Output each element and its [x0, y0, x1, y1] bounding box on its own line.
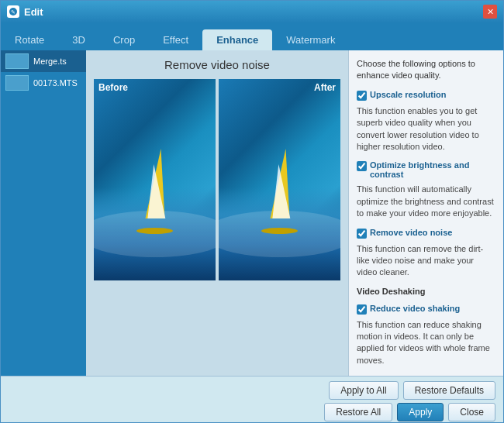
after-image [219, 79, 340, 280]
bottom-action-bar: Apply to All Restore Defaults Restore Al… [1, 376, 503, 422]
bottom-row-1: Apply to All Restore Defaults [329, 381, 495, 400]
after-label: After [314, 82, 336, 93]
restore-defaults-button[interactable]: Restore Defaults [403, 381, 495, 400]
deshaking-row: Reduce video shaking [357, 304, 495, 315]
close-button[interactable]: ✕ [483, 5, 497, 19]
sidebar: Merge.ts 00173.MTS [1, 50, 86, 376]
deshaking-desc: This function can reduce shaking motion … [357, 319, 495, 367]
sidebar-item-1[interactable]: 00173.MTS [1, 72, 86, 94]
noise-row: Remove video noise [357, 228, 495, 239]
tab-crop[interactable]: Crop [99, 29, 149, 50]
sidebar-label-0: Merge.ts [33, 57, 67, 66]
tab-effect[interactable]: Effect [149, 29, 202, 50]
deshaking-label[interactable]: Reduce video shaking [370, 304, 460, 313]
after-preview: After [219, 79, 340, 280]
panel-intro: Choose the following options to enhance … [357, 58, 495, 82]
edit-window: ✎ Edit ✕ Rotate 3D Crop Effect Enhance W… [0, 0, 504, 423]
brightness-checkbox[interactable] [357, 161, 367, 171]
svg-text:✎: ✎ [11, 9, 16, 15]
tab-rotate[interactable]: Rotate [1, 29, 58, 50]
bottom-row-2: Restore All Apply Close [324, 403, 495, 421]
enhance-panel: Choose the following options to enhance … [348, 50, 503, 376]
upscale-desc: This function enables you to get superb … [357, 105, 495, 153]
deshaking-section-title: Video Deshaking [357, 287, 495, 296]
preview-images: Before After [94, 79, 340, 280]
title-bar: ✎ Edit ✕ [1, 1, 503, 22]
preview-area: Remove video noise Before After [86, 50, 348, 376]
tab-enhance[interactable]: Enhance [202, 29, 272, 50]
brightness-label[interactable]: Optimize brightness and contrast [370, 160, 495, 179]
window-title: Edit [24, 6, 483, 18]
preview-title: Remove video noise [164, 58, 270, 71]
tab-navigation: Rotate 3D Crop Effect Enhance Watermark [1, 22, 503, 50]
upscale-checkbox[interactable] [357, 91, 367, 101]
sidebar-thumb-0 [5, 53, 29, 69]
noise-label[interactable]: Remove video noise [370, 228, 452, 237]
noise-desc: This function can remove the dirt-like v… [357, 243, 495, 279]
upscale-row: Upscale resolution [357, 90, 495, 101]
brightness-desc: This function will automatically optimiz… [357, 184, 495, 219]
noise-checkbox[interactable] [357, 229, 367, 239]
tab-3d[interactable]: 3D [58, 29, 99, 50]
sidebar-thumb-1 [5, 75, 29, 91]
deshaking-checkbox[interactable] [357, 304, 367, 315]
before-image [94, 79, 216, 280]
tab-watermark[interactable]: Watermark [272, 29, 349, 50]
sidebar-item-0[interactable]: Merge.ts [1, 50, 86, 72]
upscale-label[interactable]: Upscale resolution [370, 90, 446, 99]
restore-all-button[interactable]: Restore All [324, 403, 392, 421]
close-button-bottom[interactable]: Close [448, 403, 495, 421]
before-preview: Before [94, 79, 216, 280]
apply-button[interactable]: Apply [397, 403, 444, 421]
apply-to-all-button[interactable]: Apply to All [329, 381, 398, 400]
before-label: Before [98, 82, 128, 93]
brightness-row: Optimize brightness and contrast [357, 160, 495, 179]
sidebar-label-1: 00173.MTS [33, 78, 78, 88]
main-content: Merge.ts 00173.MTS Remove video noise Be… [1, 50, 503, 376]
app-icon: ✎ [7, 5, 19, 18]
